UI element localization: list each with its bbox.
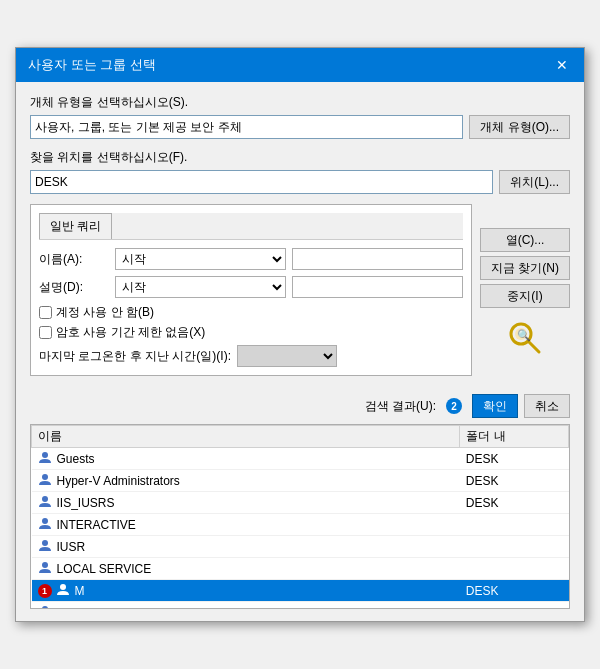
user-icon <box>38 516 52 533</box>
svg-point-6 <box>42 496 48 502</box>
row-name-cell: IIS_IUSRS <box>32 492 460 514</box>
svg-point-4 <box>42 452 48 458</box>
row-name-text: Guests <box>57 452 95 466</box>
object-type-input[interactable] <box>30 115 463 139</box>
row-name-text: IUSR <box>57 540 86 554</box>
svg-line-1 <box>528 341 539 352</box>
last-login-select[interactable] <box>237 345 337 367</box>
user-icon <box>38 560 52 577</box>
row-name-text: IIS_IUSRS <box>57 496 115 510</box>
row-name-cell: NETWORK <box>32 602 460 610</box>
row-folder-cell <box>460 514 569 536</box>
row-name-text: INTERACTIVE <box>57 518 136 532</box>
table-row[interactable]: INTERACTIVE <box>32 514 569 536</box>
row-folder-cell <box>460 602 569 610</box>
col-name-header: 이름 <box>32 426 460 448</box>
no-expire-checkbox[interactable] <box>39 326 52 339</box>
table-row[interactable]: IIS_IUSRSDESK <box>32 492 569 514</box>
row-name-cell: Hyper-V Administrators <box>32 470 460 492</box>
svg-point-5 <box>42 474 48 480</box>
last-login-row: 마지막 로그온한 후 지난 시간(일)(I): <box>39 345 463 367</box>
object-type-label: 개체 유형을 선택하십시오(S). <box>30 94 570 111</box>
row-folder-cell: DESK <box>460 580 569 602</box>
row-folder-cell <box>460 558 569 580</box>
svg-point-9 <box>42 562 48 568</box>
dialog-title: 사용자 또는 그룹 선택 <box>28 56 156 74</box>
search-magnifier-icon: 🔍 <box>507 320 543 356</box>
row-name-text: Hyper-V Administrators <box>57 474 180 488</box>
user-icon <box>38 604 52 609</box>
last-login-label: 마지막 로그온한 후 지난 시간(일)(I): <box>39 348 231 365</box>
location-label: 찾을 위치를 선택하십시오(F). <box>30 149 570 166</box>
row-name-text: LOCAL SERVICE <box>57 562 152 576</box>
search-result-label: 검색 결과(U): <box>365 398 436 415</box>
disabled-checkbox-row: 계정 사용 안 함(B) <box>39 304 463 321</box>
location-row: 위치(L)... <box>30 170 570 194</box>
select-user-dialog: 사용자 또는 그룹 선택 ✕ 개체 유형을 선택하십시오(S). 개체 유형(O… <box>15 47 585 622</box>
row-name-cell: IUSR <box>32 536 460 558</box>
table-row[interactable]: 1MDESK <box>32 580 569 602</box>
table-row[interactable]: LOCAL SERVICE <box>32 558 569 580</box>
svg-point-10 <box>60 584 66 590</box>
svg-point-8 <box>42 540 48 546</box>
row-name-cell: 1M <box>32 580 460 602</box>
no-expire-label: 암호 사용 기간 제한 없음(X) <box>56 324 205 341</box>
query-name-row: 이름(A): 시작 <box>39 248 463 270</box>
object-type-row: 개체 유형(O)... <box>30 115 570 139</box>
result-table-container[interactable]: 이름 폴더 내 GuestsDESKHyper-V Administrators… <box>30 424 570 609</box>
query-box: 일반 쿼리 이름(A): 시작 설명(D): 시작 <box>30 204 472 376</box>
user-icon <box>56 582 70 599</box>
query-desc-select[interactable]: 시작 <box>115 276 286 298</box>
result-table: 이름 폴더 내 GuestsDESKHyper-V Administrators… <box>31 425 569 609</box>
table-row[interactable]: GuestsDESK <box>32 448 569 470</box>
cancel-button[interactable]: 취소 <box>524 394 570 418</box>
location-button[interactable]: 위치(L)... <box>499 170 570 194</box>
svg-text:🔍: 🔍 <box>517 328 531 342</box>
ok-button[interactable]: 확인 <box>472 394 518 418</box>
row-folder-cell: DESK <box>460 470 569 492</box>
location-input[interactable] <box>30 170 493 194</box>
query-name-label: 이름(A): <box>39 251 109 268</box>
query-name-select[interactable]: 시작 <box>115 248 286 270</box>
query-desc-row: 설명(D): 시작 <box>39 276 463 298</box>
row-badge: 1 <box>38 584 52 598</box>
no-expire-checkbox-row: 암호 사용 기간 제한 없음(X) <box>39 324 463 341</box>
stop-button[interactable]: 중지(I) <box>480 284 570 308</box>
user-icon <box>38 538 52 555</box>
table-row[interactable]: NETWORK <box>32 602 569 610</box>
table-row[interactable]: Hyper-V AdministratorsDESK <box>32 470 569 492</box>
search-now-button[interactable]: 지금 찾기(N) <box>480 256 570 280</box>
ok-badge: 2 <box>446 398 462 414</box>
row-name-cell: INTERACTIVE <box>32 514 460 536</box>
col-folder-header: 폴더 내 <box>460 426 569 448</box>
query-name-input[interactable] <box>292 248 463 270</box>
svg-point-11 <box>42 606 48 609</box>
title-bar: 사용자 또는 그룹 선택 ✕ <box>16 48 584 82</box>
row-name-cell: Guests <box>32 448 460 470</box>
query-desc-label: 설명(D): <box>39 279 109 296</box>
table-row[interactable]: IUSR <box>32 536 569 558</box>
row-name-text: NETWORK <box>57 606 118 610</box>
disabled-checkbox[interactable] <box>39 306 52 319</box>
svg-point-7 <box>42 518 48 524</box>
object-type-button[interactable]: 개체 유형(O)... <box>469 115 570 139</box>
open-button[interactable]: 열(C)... <box>480 228 570 252</box>
query-desc-input[interactable] <box>292 276 463 298</box>
query-tab-general[interactable]: 일반 쿼리 <box>39 213 112 239</box>
row-name-cell: LOCAL SERVICE <box>32 558 460 580</box>
row-folder-cell: DESK <box>460 492 569 514</box>
row-name-text: M <box>75 584 85 598</box>
user-icon <box>38 472 52 489</box>
close-button[interactable]: ✕ <box>552 57 572 73</box>
user-icon <box>38 494 52 511</box>
user-icon <box>38 450 52 467</box>
row-folder-cell <box>460 536 569 558</box>
row-folder-cell: DESK <box>460 448 569 470</box>
disabled-label: 계정 사용 안 함(B) <box>56 304 154 321</box>
bottom-buttons: 검색 결과(U): 2 확인 취소 <box>30 394 570 418</box>
